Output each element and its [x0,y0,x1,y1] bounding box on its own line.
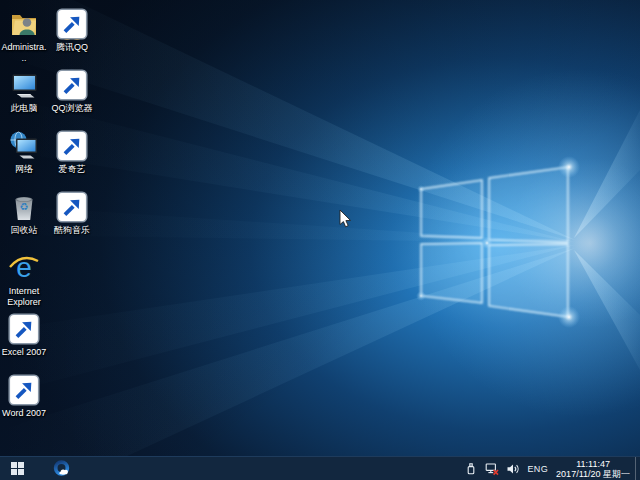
svg-text:e: e [16,252,32,283]
desktop-icon-qq-browser[interactable]: QQ浏览器 [49,69,95,114]
desktop-icon-label: 酷狗音乐 [54,225,90,236]
clock-time: 11:11:47 [556,459,630,469]
ie-icon: e [8,252,40,284]
desktop-icon-word-2007[interactable]: W Word 2007 [1,374,47,419]
qq-browser-icon [53,460,70,477]
windows-logo-icon [11,462,24,475]
desktop-icon-network[interactable]: 网络 [1,130,47,175]
system-tray: ENG 11:11:47 2017/11/20 星期一 [464,457,640,480]
shortcut-arrow-icon [8,374,40,406]
desktop-icon-label: QQ浏览器 [51,103,92,114]
iqiyi-icon: iQIYI [56,130,88,162]
user-folder-icon [8,8,40,40]
desktop-icon-administrator[interactable]: Administra... [1,8,47,64]
shortcut-arrow-icon [56,8,88,40]
desktop-icon-label: Excel 2007 [2,347,47,358]
qq-browser-icon [56,69,88,101]
desktop-icon-internet-explorer[interactable]: e Internet Explorer [1,252,47,308]
shortcut-arrow-icon [56,191,88,223]
recycle-bin-icon: ♻ [8,191,40,223]
start-button[interactable] [0,457,34,480]
kugou-icon: K [56,191,88,223]
clock-date: 2017/11/20 星期一 [556,469,630,479]
desktop-icon-tencent-qq[interactable]: 腾讯QQ [49,8,95,53]
desktop-icon-kugou-music[interactable]: K Internet Explorer 酷狗音乐 [49,191,95,236]
network-globe-icon [8,130,40,162]
svg-text:♻: ♻ [20,201,29,212]
qq-penguin-icon [56,8,88,40]
taskbar-clock[interactable]: 11:11:47 2017/11/20 星期一 [556,459,630,479]
shortcut-arrow-icon [56,130,88,162]
desktop-icon-label: 网络 [15,164,33,175]
language-indicator[interactable]: ENG [527,464,548,474]
desktop-icon-label: Word 2007 [2,408,46,419]
desktop-icon-label: 回收站 [11,225,38,236]
volume-icon[interactable] [506,462,520,476]
usb-device-icon[interactable] [464,462,478,476]
show-desktop-button[interactable] [635,457,640,480]
taskbar: ENG 11:11:47 2017/11/20 星期一 [0,456,640,480]
desktop-icon-iqiyi[interactable]: iQIYI 爱奇艺 [49,130,95,175]
desktop-icon-recycle-bin[interactable]: ♻ 回收站 [1,191,47,236]
shortcut-arrow-icon [8,313,40,345]
network-disconnected-icon[interactable] [485,462,499,476]
computer-icon [8,69,40,101]
desktop-icon-label: Administra... [1,42,47,64]
windows-hero-wallpaper [0,0,640,480]
desktop-icon-label: 此电脑 [11,103,38,114]
desktop-icon-this-pc[interactable]: 此电脑 [1,69,47,114]
desktop-icon-excel-2007[interactable]: X Excel 2007 [1,313,47,358]
desktop-icon-label: Internet Explorer [1,286,47,308]
desktop-icon-label: 爱奇艺 [59,164,86,175]
word-icon: W [8,374,40,406]
taskbar-qq-browser-button[interactable] [46,457,76,480]
excel-icon: X [8,313,40,345]
desktop-icon-label: 腾讯QQ [56,42,88,53]
mouse-cursor [339,209,352,229]
shortcut-arrow-icon [56,69,88,101]
